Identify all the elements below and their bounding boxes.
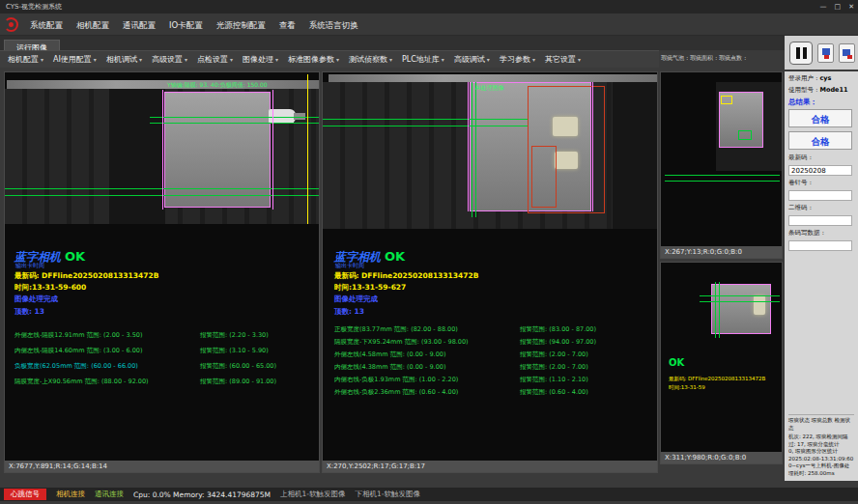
toolbar-item[interactable]: 其它设置▾	[540, 54, 586, 65]
result-ok-badge: OK	[669, 357, 684, 368]
result-ok-badge: OK	[385, 249, 405, 264]
chevron-down-icon: ▾	[578, 56, 581, 63]
result-box-list: 合格合格	[788, 109, 855, 150]
capture-tool-button[interactable]	[839, 43, 855, 63]
stats-line: 0, 瑕疵图形分区统计	[788, 448, 854, 456]
close-button[interactable]: ✕	[848, 0, 854, 14]
process-done-line: 图像处理完成	[14, 294, 58, 304]
window-title: CYS-视觉检测系统	[6, 3, 62, 11]
camera-view-left[interactable]: Y轴编:隔膜: 93. 40:负极间值: 150.00 蓝字相机OK 输出卡时间…	[4, 71, 320, 473]
menu-item[interactable]: 通讯配置	[116, 20, 162, 30]
stats-line: 机次: 222, 瑕疵检测间隔	[788, 434, 854, 441]
toolbar: 相机配置▾ AI使用配置▾ 相机调试▾ 高级设置▾ 点检设置▾	[0, 50, 659, 68]
barcode-line: 最新码: DFFline2025020813313472B	[334, 271, 478, 281]
qrcode-field[interactable]	[788, 215, 852, 226]
chevron-down-icon: ▾	[275, 56, 278, 63]
qrcode-label: 二维码：	[788, 204, 855, 212]
camera-connection-status: 相机连接	[56, 490, 85, 499]
menu-items: 系统配置相机配置通讯配置IO卡配置光源控制配置查看系统语言切换	[23, 14, 365, 36]
toolbar-item[interactable]: PLC地址库▾	[397, 54, 449, 65]
pause-button[interactable]	[789, 42, 813, 65]
chevron-down-icon: ▾	[41, 56, 43, 63]
menu-item[interactable]: IO卡配置	[162, 20, 210, 30]
total-result-label: 总结果：	[788, 98, 855, 107]
result-subtitle: 输出卡时间	[15, 262, 44, 270]
status-bar: 心跳信号 相机连接 通讯连接 Cpu: 0.0% Memory: 3424.41…	[0, 488, 858, 501]
measurement-row: 正极宽度(83.77mm 范围: (82.00 - 88.00) 报警范围: (…	[334, 323, 653, 336]
measurement-row: 隔膜宽度-上X90.56mm 范围: (88.00 - 92.00) 报警范围:…	[14, 374, 315, 389]
chevron-down-icon: ▾	[532, 56, 535, 63]
scene-annotation: AI处理图像	[475, 84, 504, 93]
comm-connection-status: 通讯连接	[95, 490, 124, 499]
login-user-label: 登录用户：	[788, 74, 820, 82]
login-user-value: cys	[820, 74, 832, 82]
toolbar-item[interactable]: 学习参数▾	[495, 54, 540, 65]
chevron-down-icon: ▾	[94, 56, 97, 63]
chevron-down-icon: ▾	[139, 56, 142, 63]
menu-item[interactable]: 系统语言切换	[302, 20, 365, 30]
latest-code-label: 最新码：	[788, 154, 855, 162]
camera-tool-button[interactable]	[817, 43, 834, 63]
maximize-button[interactable]: □	[835, 0, 842, 14]
measurement-row: 负极宽度(62.05mm 范围: (60.00 - 66.00) 报警范围: (…	[14, 358, 315, 374]
measurement-row: 外侧左线(4.58mm 范围: (0.00 - 9.00) 报警范围: (2.0…	[334, 349, 653, 361]
pixel-readout: X:311;Y:980;R:0;G:0;B:0	[661, 452, 782, 463]
chevron-down-icon: ▾	[185, 56, 187, 63]
result-box: 合格	[788, 131, 852, 150]
chevron-down-icon: ▾	[389, 56, 392, 63]
toolbar-item[interactable]: 测试侦察数▾	[344, 54, 397, 65]
model-label: 使用型号：	[788, 86, 820, 94]
write-data-field[interactable]	[788, 240, 852, 251]
menu-item[interactable]: 光源控制配置	[210, 20, 272, 30]
minimize-button[interactable]: —	[820, 0, 827, 14]
toolbar-item[interactable]: AI使用配置▾	[48, 54, 101, 65]
result-subtitle: 输出卡时间	[335, 262, 364, 270]
tab-row: 运行图像	[0, 36, 858, 50]
measure-line	[150, 117, 320, 118]
toolbar-item[interactable]: 相机配置▾	[3, 54, 48, 65]
toolbar-item[interactable]: 点检设置▾	[192, 54, 238, 65]
lower-camera-trigger-label: 下相机1-软触发图像	[356, 490, 420, 499]
time-line: 时间:13-31-59-627	[334, 283, 406, 293]
chevron-down-icon: ▾	[442, 56, 444, 63]
menu-item[interactable]: 系统配置	[23, 20, 70, 30]
toolbar-item[interactable]: 图像处理▾	[238, 54, 283, 65]
time-line: 时间:13-31-59	[669, 383, 705, 391]
app-logo-icon	[4, 17, 18, 32]
toolbar-items: 相机配置▾ AI使用配置▾ 相机调试▾ 高级设置▾ 点检设置▾	[3, 54, 586, 65]
cpu-memory-readout: Cpu: 0.0% Memory: 3424.41796875M	[133, 490, 271, 499]
camera-view-middle[interactable]: AI处理图像 蓝字相机OK 输出卡时间 最新码: DFFline20250208…	[322, 71, 658, 473]
pixel-readout: X:7677,Y:891;R:14;G:14;B:14	[5, 461, 319, 472]
barcode-line: 最新码: DFFline2025020813313472B	[14, 271, 158, 281]
menu-bar: 系统配置相机配置通讯配置IO卡配置光源控制配置查看系统语言切换	[0, 14, 858, 36]
time-line: 时间:13-31-59-600	[14, 283, 86, 293]
camera-view-small-top[interactable]: X:267;Y:13;R:0;G:0;B:0	[660, 71, 783, 259]
chevron-down-icon: ▾	[230, 56, 233, 63]
barcode-line: 最新码: DFFline2025020813313472B	[669, 375, 765, 382]
chevron-down-icon: ▾	[336, 56, 339, 63]
defect-counters-label: 瑕疵气泡：瑕疵面积：瑕疵点数：	[661, 54, 784, 62]
latest-code-field[interactable]: 20250208	[788, 165, 852, 176]
toolbar-item[interactable]: 相机调试▾	[101, 54, 147, 65]
app-window: CYS-视觉检测系统 — □ ✕ 系统配置相机配置通讯配置IO卡配置光源控制配置…	[0, 0, 858, 504]
toolbar-item[interactable]: 标准图像参数▾	[283, 54, 344, 65]
menu-item[interactable]: 相机配置	[70, 20, 116, 30]
stats-block: 瑕疵状态 瑕疵总数 检测状态 机次: 222, 瑕疵检测间隔过: 17, 瑕疵分…	[788, 414, 854, 477]
camera-icon	[822, 48, 830, 55]
heartbeat-badge: 心跳信号	[4, 489, 46, 500]
measurement-row: 内侧右线-负极1.93mm 范围: (1.00 - 2.20) 报警范围: (1…	[334, 374, 653, 386]
winding-pin-field[interactable]	[788, 190, 852, 201]
chevron-down-icon: ▾	[487, 56, 490, 63]
pause-icon	[796, 47, 800, 59]
camera-view-small-bottom[interactable]: OK 最新码: DFFline2025020813313472B 时间:13-3…	[660, 262, 783, 464]
measurement-row: 内侧左线-隔膜14.60mm 范围: (3.00 - 6.00) 报警范围: (…	[14, 343, 315, 358]
menu-item[interactable]: 查看	[272, 20, 302, 30]
trigger-line	[307, 74, 308, 224]
info-panel: 登录用户：cys 使用型号：Mode11 总结果： 合格合格 最新码： 2025…	[785, 71, 858, 481]
toolbar-item[interactable]: 高级调试▾	[449, 54, 495, 65]
process-done-line: 图像处理完成	[334, 294, 378, 304]
toolbar-item[interactable]: 高级设置▾	[147, 54, 192, 65]
count-line: 顶数: 13	[14, 307, 44, 317]
upper-camera-trigger-label: 上相机1-软触发图像	[280, 490, 345, 499]
result-box: 合格	[788, 109, 852, 127]
